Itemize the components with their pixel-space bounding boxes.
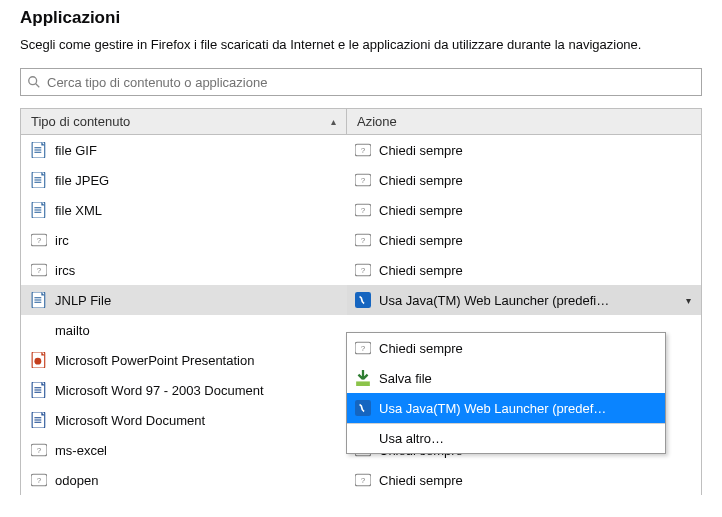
action-label: Usa Java(TM) Web Launcher (predefi…	[379, 293, 609, 308]
dropdown-item[interactable]: Salva file	[347, 363, 665, 393]
dropdown-item-label: Usa altro…	[379, 431, 444, 446]
search-box[interactable]	[20, 68, 702, 96]
ask-icon	[355, 232, 371, 248]
docx-icon	[31, 412, 47, 428]
column-header-action[interactable]: Azione	[347, 109, 701, 134]
type-label: irc	[55, 233, 69, 248]
dropdown-item[interactable]: Chiedi sempre	[347, 333, 665, 363]
type-label: Microsoft Word Document	[55, 413, 205, 428]
action-label: Chiedi sempre	[379, 263, 463, 278]
protocol-icon	[31, 442, 47, 458]
ask-icon	[355, 340, 371, 356]
ask-icon	[355, 142, 371, 158]
table-row[interactable]: file JPEGChiedi sempre	[21, 165, 701, 195]
action-cell: Chiedi sempre	[347, 195, 701, 225]
type-cell: JNLP File	[21, 285, 347, 315]
table-row[interactable]: JNLP FileUsa Java(TM) Web Launcher (pred…	[21, 285, 701, 315]
table-row[interactable]: file XMLChiedi sempre	[21, 195, 701, 225]
section-title: Applicazioni	[20, 8, 702, 28]
type-cell: mailto	[21, 315, 347, 345]
search-icon	[27, 75, 41, 89]
type-label: odopen	[55, 473, 98, 488]
ask-icon	[355, 262, 371, 278]
type-label: Microsoft PowerPoint Presentation	[55, 353, 254, 368]
section-description: Scegli come gestire in Firefox i file sc…	[20, 36, 702, 54]
save-icon	[355, 370, 371, 386]
type-cell: ircs	[21, 255, 347, 285]
dropdown-item[interactable]: Usa Java(TM) Web Launcher (predef…	[347, 393, 665, 423]
type-cell: Microsoft Word 97 - 2003 Document	[21, 375, 347, 405]
table-row[interactable]: odopenChiedi sempre	[21, 465, 701, 495]
dropdown-item[interactable]: Usa altro…	[347, 423, 665, 453]
type-label: file XML	[55, 203, 102, 218]
table-row[interactable]: file GIFChiedi sempre	[21, 135, 701, 165]
table-row[interactable]: ircChiedi sempre	[21, 225, 701, 255]
ask-icon	[355, 202, 371, 218]
action-label: Chiedi sempre	[379, 233, 463, 248]
dropdown-item-label: Chiedi sempre	[379, 341, 463, 356]
ask-icon	[355, 172, 371, 188]
type-cell: irc	[21, 225, 347, 255]
action-label: Chiedi sempre	[379, 173, 463, 188]
svg-point-16	[29, 77, 37, 85]
java-icon	[355, 400, 371, 416]
protocol-icon	[31, 472, 47, 488]
table-row[interactable]: ircsChiedi sempre	[21, 255, 701, 285]
protocol-icon	[31, 262, 47, 278]
action-label: Chiedi sempre	[379, 203, 463, 218]
action-label: Chiedi sempre	[379, 473, 463, 488]
file-jnlp-icon	[31, 292, 47, 308]
type-label: ms-excel	[55, 443, 107, 458]
action-cell[interactable]: Usa Java(TM) Web Launcher (predefi…▾	[347, 285, 701, 315]
type-label: mailto	[55, 323, 90, 338]
file-gif-icon	[31, 142, 47, 158]
action-cell: Chiedi sempre	[347, 225, 701, 255]
action-label: Chiedi sempre	[379, 143, 463, 158]
type-cell: file XML	[21, 195, 347, 225]
type-label: Microsoft Word 97 - 2003 Document	[55, 383, 264, 398]
file-xml-icon	[31, 202, 47, 218]
type-cell: Microsoft Word Document	[21, 405, 347, 435]
table-header: Tipo di contenuto ▴ Azione	[21, 109, 701, 135]
column-header-type[interactable]: Tipo di contenuto ▴	[21, 109, 347, 134]
svg-line-17	[36, 84, 40, 88]
type-cell: ms-excel	[21, 435, 347, 465]
protocol-icon	[31, 232, 47, 248]
action-cell: Chiedi sempre	[347, 135, 701, 165]
action-cell: Chiedi sempre	[347, 465, 701, 495]
ppt-icon	[31, 352, 47, 368]
type-label: ircs	[55, 263, 75, 278]
action-dropdown[interactable]: Chiedi sempreSalva fileUsa Java(TM) Web …	[346, 332, 666, 454]
dropdown-item-label: Usa Java(TM) Web Launcher (predef…	[379, 401, 606, 416]
action-cell: Chiedi sempre	[347, 255, 701, 285]
java-icon	[355, 292, 371, 308]
sort-indicator-icon: ▴	[331, 116, 336, 127]
chevron-down-icon: ▾	[686, 295, 691, 306]
type-cell: Microsoft PowerPoint Presentation	[21, 345, 347, 375]
search-input[interactable]	[47, 75, 695, 90]
type-cell: file GIF	[21, 135, 347, 165]
file-jpeg-icon	[31, 172, 47, 188]
type-cell: file JPEG	[21, 165, 347, 195]
type-label: file JPEG	[55, 173, 109, 188]
ask-icon	[355, 472, 371, 488]
annotation-ellipse	[20, 495, 722, 517]
type-label: JNLP File	[55, 293, 111, 308]
dropdown-item-label: Salva file	[379, 371, 432, 386]
type-label: file GIF	[55, 143, 97, 158]
type-cell: odopen	[21, 465, 347, 495]
doc-icon	[31, 382, 47, 398]
action-cell: Chiedi sempre	[347, 165, 701, 195]
